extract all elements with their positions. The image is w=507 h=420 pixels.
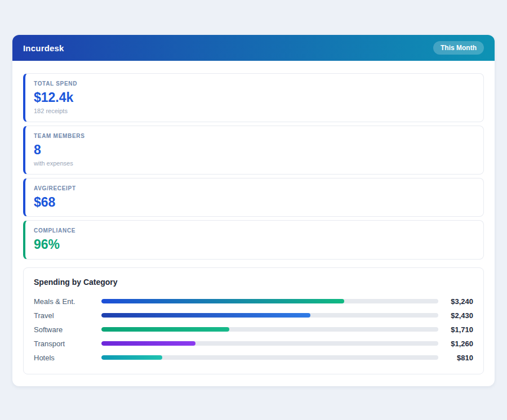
bar-fill: [101, 341, 195, 346]
bar-fill: [101, 313, 310, 318]
category-value: $2,430: [438, 311, 473, 320]
dashboard-content: TOTAL SPEND $12.4k 182 receipts TEAM MEM…: [12, 61, 495, 374]
bar-fill: [101, 327, 229, 332]
stat-subtext: 182 receipts: [34, 108, 475, 114]
bar-track: [101, 327, 438, 332]
stat-value: $68: [34, 195, 475, 209]
app-header: Incurdesk This Month: [12, 35, 495, 61]
stat-label: COMPLIANCE: [34, 227, 475, 234]
period-filter-badge[interactable]: This Month: [433, 41, 484, 55]
chart-title: Spending by Category: [34, 278, 473, 287]
spending-by-category-chart: Spending by Category Meals & Ent. $3,240…: [23, 267, 484, 374]
stat-value: $12.4k: [34, 91, 475, 104]
stat-card-avg-receipt: AVG/RECEIPT $68: [23, 178, 484, 217]
chart-row-hotels: Hotels $810: [34, 351, 473, 365]
stat-value: 96%: [34, 238, 475, 251]
stat-label: TOTAL SPEND: [34, 81, 475, 87]
bar-fill: [101, 299, 344, 303]
bar-track: [101, 299, 438, 303]
category-label: Meals & Ent.: [34, 297, 101, 306]
category-label: Software: [34, 325, 101, 334]
bar-fill: [101, 355, 162, 360]
stat-label: TEAM MEMBERS: [34, 133, 475, 139]
category-label: Travel: [34, 311, 101, 320]
dashboard-card: Incurdesk This Month TOTAL SPEND $12.4k …: [12, 35, 495, 386]
stat-card-compliance: COMPLIANCE 96%: [23, 220, 484, 259]
category-label: Hotels: [34, 354, 101, 362]
category-value: $3,240: [438, 297, 473, 306]
bar-track: [101, 341, 438, 346]
category-label: Transport: [34, 339, 101, 348]
bar-track: [101, 355, 438, 360]
app-title: Incurdesk: [23, 43, 64, 53]
stat-subtext: with expenses: [34, 160, 475, 167]
stat-value: 8: [34, 143, 475, 157]
category-value: $810: [438, 354, 473, 362]
chart-row-transport: Transport $1,260: [34, 337, 473, 351]
chart-row-travel: Travel $2,430: [34, 309, 473, 323]
stat-card-total-spend: TOTAL SPEND $12.4k 182 receipts: [23, 73, 484, 122]
stat-card-team-members: TEAM MEMBERS 8 with expenses: [23, 126, 484, 175]
stat-label: AVG/RECEIPT: [34, 185, 475, 191]
category-value: $1,260: [438, 339, 473, 348]
bar-track: [101, 313, 438, 318]
chart-row-software: Software $1,710: [34, 323, 473, 337]
category-value: $1,710: [438, 325, 473, 334]
chart-row-meals: Meals & Ent. $3,240: [34, 294, 473, 309]
